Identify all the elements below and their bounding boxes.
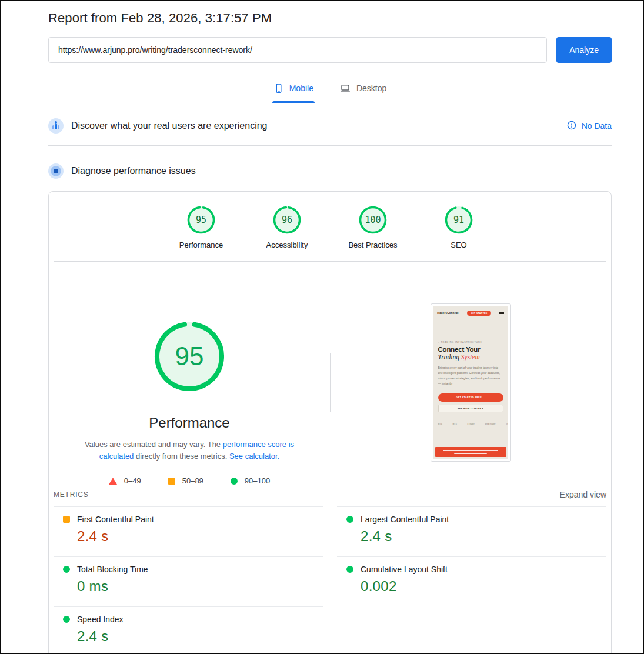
lcp-value: 2.4 s bbox=[361, 528, 606, 545]
fcp-label: First Contentful Paint bbox=[77, 515, 154, 524]
legend-fail: 0–49 bbox=[109, 476, 141, 485]
si-label: Speed Index bbox=[77, 615, 124, 624]
fcp-value: 2.4 s bbox=[77, 528, 323, 545]
metric-speed-index: Speed Index 2.4 s bbox=[54, 606, 323, 654]
no-data-status[interactable]: No Data bbox=[567, 121, 612, 132]
field-data-section-header: Discover what your real users are experi… bbox=[48, 118, 612, 134]
metrics-heading: METRICS bbox=[54, 490, 89, 499]
lab-data-section-header: Diagnose performance issues bbox=[48, 164, 612, 179]
tab-mobile[interactable]: Mobile bbox=[272, 81, 315, 103]
shot-primary-cta: GET STARTED FREE → bbox=[438, 393, 503, 402]
shot-secondary-cta: SEE HOW IT WORKS bbox=[438, 405, 503, 412]
performance-score: 95 bbox=[187, 206, 215, 234]
url-bar: Analyze bbox=[48, 37, 612, 63]
best-practices-label: Best Practices bbox=[348, 241, 397, 249]
tab-desktop-label: Desktop bbox=[356, 84, 386, 93]
shot-headline-1: Connect Your bbox=[438, 346, 503, 353]
shot-logo-mt5: MT5 bbox=[453, 423, 457, 425]
lab-data-title: Diagnose performance issues bbox=[71, 166, 196, 176]
shot-nav-cta: GET STARTED bbox=[467, 311, 490, 316]
url-input[interactable] bbox=[48, 37, 547, 63]
tab-desktop[interactable]: Desktop bbox=[338, 81, 388, 103]
shot-headline-2a: Trading bbox=[438, 353, 461, 361]
shot-platform-logos: MT4 MT5 cTrader WebTrader Tr bbox=[438, 423, 508, 425]
legend-average: 50–89 bbox=[168, 476, 203, 485]
legend-fail-range: 0–49 bbox=[124, 476, 141, 485]
legend-good-range: 90–100 bbox=[245, 476, 270, 485]
cls-marker-icon bbox=[346, 566, 353, 573]
panel-vertical-divider bbox=[330, 353, 331, 412]
performance-panel-title: Performance bbox=[149, 415, 229, 431]
active-tab-underline bbox=[272, 101, 315, 103]
shot-logo-cut: Tr bbox=[506, 423, 508, 425]
best-practices-score: 100 bbox=[359, 206, 387, 234]
shot-logo-ctrader: cTrader bbox=[468, 423, 475, 425]
shot-logo-mt4: MT4 bbox=[438, 423, 442, 425]
pagespeed-report-window: Report from Feb 28, 2026, 3:17:57 PM Ana… bbox=[0, 0, 644, 654]
category-scores-row: 95 Performance 96 Accessibility bbox=[49, 192, 611, 261]
big-gauge-score: 95 bbox=[154, 321, 225, 392]
metrics-section: METRICS Expand view First Contentful Pai… bbox=[54, 490, 606, 654]
gauge-performance[interactable]: 95 Performance bbox=[175, 206, 228, 249]
shot-menu-icon bbox=[499, 311, 504, 315]
shot-logo-webtrader: WebTrader bbox=[485, 423, 496, 425]
si-value: 2.4 s bbox=[77, 628, 323, 645]
expand-view-button[interactable]: Expand view bbox=[560, 490, 606, 499]
legend-good: 90–100 bbox=[231, 476, 270, 485]
tradersconnect-screenshot: TradersConnect GET STARTED ⌁ TRADING INF… bbox=[433, 306, 508, 459]
shot-brand: TradersConnect bbox=[437, 312, 459, 315]
accessibility-label: Accessibility bbox=[266, 241, 308, 249]
cls-value: 0.002 bbox=[361, 578, 606, 595]
shot-headline-2b: System bbox=[461, 353, 480, 361]
field-data-title: Discover what your real users are experi… bbox=[71, 121, 267, 131]
lighthouse-report-card: 95 Performance 96 Accessibility bbox=[48, 191, 612, 654]
analyze-button[interactable]: Analyze bbox=[556, 37, 612, 63]
performance-label: Performance bbox=[179, 241, 223, 249]
accessibility-score: 96 bbox=[273, 206, 301, 234]
tbt-marker-icon bbox=[63, 566, 70, 573]
lcp-label: Largest Contentful Paint bbox=[361, 515, 449, 524]
shot-body-copy: Bringing every part of your trading jour… bbox=[438, 365, 503, 386]
disclaimer-text-1: Values are estimated and may vary. The bbox=[85, 440, 223, 449]
lcp-marker-icon bbox=[346, 516, 353, 523]
si-marker-icon bbox=[63, 616, 70, 623]
no-data-label: No Data bbox=[582, 121, 612, 131]
performance-gauge-column: 95 Performance Values are estimated and … bbox=[49, 262, 330, 485]
see-calculator-link[interactable]: See calculator. bbox=[229, 452, 279, 461]
info-icon bbox=[567, 121, 576, 132]
good-circle-icon bbox=[231, 478, 238, 485]
seo-score: 91 bbox=[445, 206, 473, 234]
metric-empty-cell bbox=[337, 606, 606, 654]
metric-total-blocking-time: Total Blocking Time 0 ms bbox=[54, 556, 323, 606]
legend-average-range: 50–89 bbox=[182, 476, 203, 485]
gauge-best-practices[interactable]: 100 Best Practices bbox=[346, 206, 399, 249]
performance-detail-panel: 95 Performance Values are estimated and … bbox=[49, 262, 611, 485]
screenshot-column: TradersConnect GET STARTED ⌁ TRADING INF… bbox=[330, 262, 611, 485]
page-screenshot-thumbnail[interactable]: TradersConnect GET STARTED ⌁ TRADING INF… bbox=[431, 303, 511, 462]
tbt-label: Total Blocking Time bbox=[77, 565, 148, 574]
metric-largest-contentful-paint: Largest Contentful Paint 2.4 s bbox=[337, 506, 606, 556]
metrics-grid: First Contentful Paint 2.4 s Largest Con… bbox=[54, 506, 606, 654]
mobile-phone-icon bbox=[273, 83, 284, 94]
fcp-marker-icon bbox=[63, 516, 70, 523]
average-square-icon bbox=[168, 478, 175, 485]
gauge-seo[interactable]: 91 SEO bbox=[432, 206, 485, 249]
score-disclaimer: Values are estimated and may vary. The p… bbox=[80, 439, 299, 462]
fail-triangle-icon bbox=[109, 478, 117, 485]
device-tabs: Mobile Desktop bbox=[48, 81, 612, 103]
cls-label: Cumulative Layout Shift bbox=[361, 565, 448, 574]
real-users-icon bbox=[48, 118, 64, 134]
gauge-accessibility[interactable]: 96 Accessibility bbox=[261, 206, 313, 249]
score-legend: 0–49 50–89 90–100 bbox=[109, 476, 270, 485]
diagnose-icon bbox=[48, 164, 64, 179]
shot-headline-2: Trading System bbox=[438, 353, 503, 361]
metric-first-contentful-paint: First Contentful Paint 2.4 s bbox=[54, 506, 323, 556]
seo-label: SEO bbox=[451, 241, 466, 249]
section-divider bbox=[48, 145, 612, 146]
metric-cumulative-layout-shift: Cumulative Layout Shift 0.002 bbox=[337, 556, 606, 606]
tab-mobile-label: Mobile bbox=[289, 84, 313, 93]
desktop-laptop-icon bbox=[339, 83, 351, 94]
big-performance-gauge: 95 bbox=[154, 321, 225, 392]
shot-eyebrow: ⌁ TRADING INFRASTRUCTURE bbox=[438, 341, 503, 343]
page-title: Report from Feb 28, 2026, 3:17:57 PM bbox=[48, 11, 612, 26]
